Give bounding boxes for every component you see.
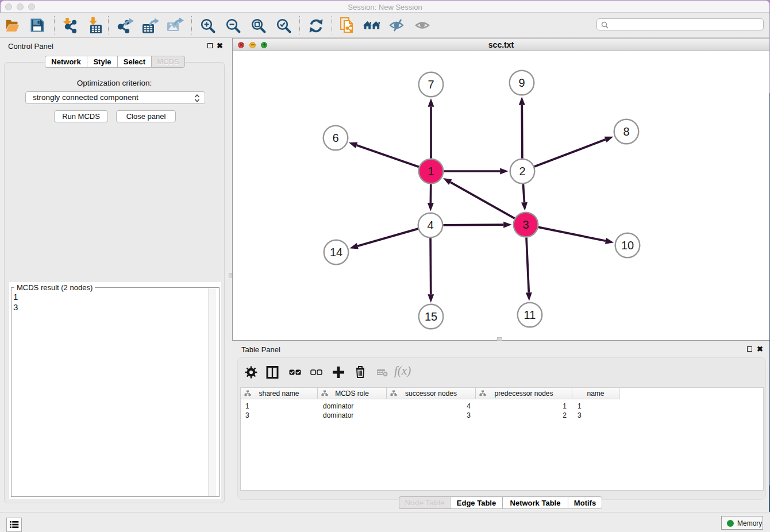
- svg-text:1: 1: [428, 165, 434, 178]
- svg-text:14: 14: [330, 246, 342, 259]
- svg-text:15: 15: [425, 310, 437, 323]
- svg-text:11: 11: [524, 309, 536, 321]
- svg-text:4: 4: [427, 219, 433, 232]
- svg-text:7: 7: [428, 78, 434, 91]
- svg-text:10: 10: [621, 239, 634, 252]
- svg-text:6: 6: [332, 132, 338, 144]
- svg-text:8: 8: [623, 125, 629, 138]
- svg-text:2: 2: [519, 165, 525, 178]
- svg-text:3: 3: [522, 218, 529, 231]
- svg-text:9: 9: [518, 76, 525, 89]
